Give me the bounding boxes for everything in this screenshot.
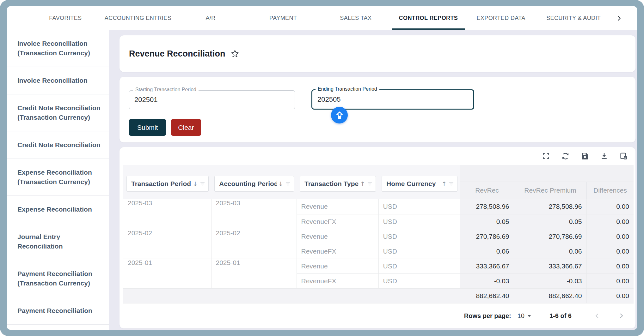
cell-transaction-period: 2025-02 xyxy=(123,229,211,259)
tab-accounting-entries[interactable]: ACCOUNTING ENTRIES xyxy=(102,6,175,30)
save-icon xyxy=(581,152,589,160)
filter-icon[interactable] xyxy=(200,181,205,187)
ending-period-input[interactable] xyxy=(311,89,474,110)
tab-payment[interactable]: PAYMENT xyxy=(247,6,320,30)
sidebar-item-invoice-reconciliation-transaction-currency[interactable]: Invoice Reconciliation (Transaction Curr… xyxy=(7,30,109,67)
tab-exported-data[interactable]: EXPORTED DATA xyxy=(465,6,537,30)
rows-per-page-label: Rows per page: xyxy=(464,312,511,320)
tab-favorites[interactable]: FAVORITES xyxy=(29,6,102,30)
main-content: Revenue Reconciliation Starting Transact… xyxy=(109,30,637,330)
filter-icon[interactable] xyxy=(367,181,372,187)
top-nav: FAVORITESACCOUNTING ENTRIESA/RPAYMENTSAL… xyxy=(7,6,637,30)
total-row-spacer xyxy=(123,288,460,303)
filter-icon[interactable] xyxy=(449,181,454,187)
sidebar-item-credit-note-reconciliation-transaction-currency[interactable]: Credit Note Reconciliation (Transaction … xyxy=(7,94,109,131)
filter-fields: Starting Transaction Period Ending Trans… xyxy=(120,77,635,110)
previous-page-button[interactable] xyxy=(592,311,602,321)
cell-differences: 0.00 xyxy=(586,214,634,229)
fullscreen-button[interactable] xyxy=(541,151,551,161)
value-column-header-revrec[interactable]: RevRec xyxy=(460,182,514,199)
sidebar-item-journal-entry-reconciliation[interactable]: Journal Entry Reconciliation xyxy=(7,223,109,260)
cell-transaction-type: Revenue xyxy=(297,199,378,214)
content-row: Invoice Reconciliation (Transaction Curr… xyxy=(7,30,637,330)
sidebar-item-payment-reconciliation-transaction-currency[interactable]: Payment Reconciliation (Transaction Curr… xyxy=(7,260,109,297)
tab-a-r[interactable]: A/R xyxy=(174,6,247,30)
sidebar-item-payment-reconciliation[interactable]: Payment Reconciliation xyxy=(7,297,109,325)
sidebar-item-expense-reconciliation-transaction-currency[interactable]: Expense Reconciliation (Transaction Curr… xyxy=(7,159,109,196)
chevron-right-icon xyxy=(618,312,625,319)
refresh-button[interactable] xyxy=(561,151,570,161)
column-header-label: Accounting Period xyxy=(219,180,277,188)
pagination-range: 1-6 of 6 xyxy=(549,312,572,320)
rows-per-page-select[interactable]: 10 xyxy=(518,312,531,320)
starting-period-label: Starting Transaction Period xyxy=(133,87,199,93)
tab-sales-tax[interactable]: SALES TAX xyxy=(320,6,392,30)
cell-home-currency: USD xyxy=(378,244,460,259)
download-icon xyxy=(600,152,608,160)
cell-revrec-premium: 0.06 xyxy=(514,244,586,259)
tab-security-audit[interactable]: SECURITY & AUDIT xyxy=(537,6,610,30)
starting-period-input[interactable] xyxy=(129,90,295,109)
sidebar-item-expense-reconciliation[interactable]: Expense Reconciliation xyxy=(7,196,109,223)
favorite-star-icon[interactable] xyxy=(230,49,239,58)
window-frame: FAVORITESACCOUNTING ENTRIESA/RPAYMENTSAL… xyxy=(0,0,644,336)
tab-control-reports[interactable]: CONTROL REPORTS xyxy=(392,6,465,30)
total-row: 882,662.40882,662.400.00 xyxy=(123,288,634,303)
fullscreen-icon xyxy=(542,152,550,160)
cell-differences: 0.00 xyxy=(586,273,634,288)
nav-overflow-button[interactable] xyxy=(614,14,624,23)
cell-revrec: 333,366.67 xyxy=(460,259,514,273)
refresh-icon xyxy=(561,152,570,160)
clear-button[interactable]: Clear xyxy=(171,119,201,136)
value-column-header-revrec-premium[interactable]: RevRec Premium xyxy=(514,182,586,199)
submit-button[interactable]: Submit xyxy=(129,119,166,136)
cell-accounting-period: 2025-03 xyxy=(211,199,297,229)
value-column-header-differences[interactable]: Differences xyxy=(586,182,634,199)
cell-differences: 0.00 xyxy=(586,199,634,214)
cell-transaction-period: 2025-03 xyxy=(123,199,211,229)
cell-transaction-type: RevenueFX xyxy=(297,273,378,288)
cell-differences: 0.00 xyxy=(586,259,634,273)
save-button[interactable] xyxy=(580,151,590,161)
next-page-button[interactable] xyxy=(616,311,626,321)
chevron-left-icon xyxy=(594,312,601,319)
column-header-home-currency[interactable]: Home Currency↑ xyxy=(382,176,457,192)
cell-revrec: 278,508.96 xyxy=(460,199,514,214)
sidebar-item-invoice-reconciliation[interactable]: Invoice Reconciliation xyxy=(7,67,109,94)
sidebar-item-credit-note-reconciliation[interactable]: Credit Note Reconciliation xyxy=(7,131,109,159)
column-header-transaction-period[interactable]: Transaction Period↓ xyxy=(126,176,209,192)
cell-revrec-premium: 0.05 xyxy=(514,214,586,229)
cell-transaction-type: RevenueFX xyxy=(297,244,378,259)
cell-revrec: 270,786.69 xyxy=(460,229,514,244)
column-header-accounting-period[interactable]: Accounting Period↓ xyxy=(214,176,294,192)
filter-card: Starting Transaction Period Ending Trans… xyxy=(120,77,635,142)
cell-home-currency: USD xyxy=(378,199,460,214)
caret-down-icon xyxy=(527,315,531,317)
cell-transaction-type: RevenueFX xyxy=(297,214,378,229)
cell-home-currency: USD xyxy=(378,229,460,244)
filter-icon[interactable] xyxy=(285,181,291,187)
copy-table-icon xyxy=(619,152,628,160)
caps-lock-indicator-icon xyxy=(331,107,348,123)
sidebar: Invoice Reconciliation (Transaction Curr… xyxy=(7,30,109,330)
download-button[interactable] xyxy=(599,151,609,161)
cell-differences: 0.00 xyxy=(586,229,634,244)
table-toolbar xyxy=(120,147,635,165)
value-columns-band: RevRecRevRec PremiumDifferences xyxy=(460,165,634,199)
cell-revrec: -0.03 xyxy=(460,273,514,288)
column-header-label: Transaction Type xyxy=(304,180,359,188)
column-headers: Transaction Period↓Accounting Period↓Tra… xyxy=(123,165,460,199)
column-header-label: Transaction Period xyxy=(131,180,192,188)
cell-revrec-premium: -0.03 xyxy=(514,273,586,288)
page-title: Revenue Reconciliation xyxy=(129,49,225,59)
cell-home-currency: USD xyxy=(378,273,460,288)
table-row: 2025-022025-02RevenueUSD270,786.69270,78… xyxy=(123,229,634,244)
rows-per-page-value: 10 xyxy=(518,312,524,320)
copy-table-button[interactable] xyxy=(619,151,629,161)
cell-revrec: 0.06 xyxy=(460,244,514,259)
column-header-transaction-type[interactable]: Transaction Type↑ xyxy=(300,176,376,192)
cell-differences: 0.00 xyxy=(586,244,634,259)
total-revrec: 882,662.40 xyxy=(460,288,514,303)
cell-transaction-type: Revenue xyxy=(297,259,378,273)
report-header-card: Revenue Reconciliation xyxy=(120,35,635,72)
